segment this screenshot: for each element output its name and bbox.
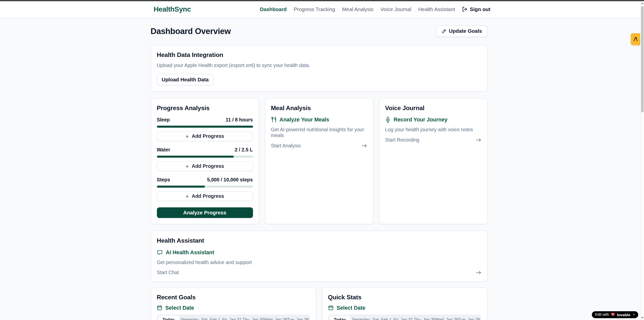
progress-analysis-title: Progress Analysis: [157, 104, 253, 111]
scrollbar-up-button[interactable]: [641, 1, 644, 6]
scrollbar[interactable]: [640, 1, 644, 320]
select-date-label: Select Date: [336, 305, 365, 311]
logout-icon: [462, 7, 467, 12]
app-root: HealthSync DashboardProgress TrackingMea…: [0, 0, 644, 320]
metric-sleep: Sleep 11 / 8 hours + Add Progress: [157, 117, 253, 141]
meal-analysis-title: Meal Analysis: [271, 104, 367, 111]
steps-progress-bar: [157, 186, 253, 188]
start-recording-label: Start Recording: [385, 137, 419, 143]
chat-bubble-icon: [157, 249, 163, 255]
update-goals-button[interactable]: Update Goals: [436, 25, 487, 37]
nav-link-meal-analysis[interactable]: Meal Analysis: [342, 7, 374, 12]
record-your-journey-link[interactable]: Record Your Journey: [385, 117, 481, 123]
health-assistant-description: Get personalized health advice and suppo…: [157, 260, 481, 265]
select-date-label: Select Date: [165, 305, 194, 311]
calendar-icon: [157, 305, 162, 310]
date-tab-tue-jan-28[interactable]: Tue, Jan 28: [287, 316, 309, 320]
analyze-your-meals-link[interactable]: Analyze Your Meals: [271, 117, 367, 123]
start-recording-link[interactable]: Start Recording: [385, 137, 481, 143]
integration-description: Upload your Apple Health export (export.…: [157, 62, 481, 68]
health-assistant-title: Health Assistant: [157, 237, 481, 244]
water-progress-bar: [157, 156, 253, 158]
nav-link-progress-tracking[interactable]: Progress Tracking: [294, 7, 335, 12]
brand-logo[interactable]: HealthSync: [154, 5, 191, 14]
analyze-progress-button[interactable]: Analyze Progress: [157, 207, 253, 218]
record-your-journey-label: Record Your Journey: [394, 117, 447, 123]
calendar-icon: [328, 305, 333, 310]
health-data-integration-card: Health Data Integration Upload your Appl…: [150, 45, 487, 91]
microphone-icon: [385, 117, 390, 123]
sleep-progress-bar: [157, 126, 253, 128]
metric-value: 5,000 / 10,000 steps: [207, 177, 253, 183]
upload-health-data-button[interactable]: Upload Health Data: [157, 74, 214, 85]
date-tab-tue-jan-28[interactable]: Tue, Jan 28: [458, 316, 480, 320]
date-tab-today[interactable]: Today: [329, 316, 350, 320]
lovable-label: lovable: [617, 312, 630, 317]
date-tab-yesterday[interactable]: Yesterday: [179, 316, 200, 320]
nav-link-health-assistant[interactable]: Health Assistant: [418, 7, 455, 12]
date-tab-yesterday[interactable]: Yesterday: [350, 316, 372, 320]
edit-with-lovable-badge[interactable]: Edit with lovable ×: [592, 311, 638, 318]
quick-stats-select-date[interactable]: Select Date: [328, 305, 481, 311]
dev-tool-fab-button[interactable]: [631, 33, 640, 45]
metric-water: Water 2 / 2.5 L + Add Progress: [157, 147, 253, 171]
add-progress-label: Add Progress: [192, 193, 224, 199]
sign-out-button[interactable]: Sign out: [462, 7, 490, 12]
plus-icon: +: [186, 163, 189, 169]
date-tab-sat-feb-1[interactable]: Sat, Feb 1: [372, 316, 393, 320]
arrow-right-icon: [476, 271, 481, 275]
arrow-right-icon: [362, 144, 367, 148]
metric-label: Steps: [157, 177, 170, 183]
metric-value: 2 / 2.5 L: [235, 147, 253, 153]
add-progress-label: Add Progress: [192, 134, 224, 139]
ai-health-assistant-link[interactable]: AI Health Assistant: [157, 249, 481, 255]
triangle-down-icon: [641, 317, 644, 319]
scrollbar-thumb[interactable]: [641, 6, 644, 112]
add-progress-steps-button[interactable]: + Add Progress: [157, 191, 253, 201]
quick-stats-card: Quick Stats Select Date TodayYesterdaySa…: [322, 287, 487, 320]
nav-link-voice-journal[interactable]: Voice Journal: [380, 7, 411, 12]
nav-link-dashboard[interactable]: Dashboard: [260, 7, 287, 12]
progress-analysis-card: Progress Analysis Sleep 11 / 8 hours + A…: [150, 98, 259, 224]
meal-analysis-description: Get AI-powered nutritional insights for …: [271, 127, 367, 139]
ai-health-assistant-label: AI Health Assistant: [166, 249, 214, 255]
meal-analysis-card: Meal Analysis Analyze Your Meals Get AI-…: [265, 98, 373, 224]
heart-icon: [611, 312, 615, 316]
metric-value: 11 / 8 hours: [226, 117, 253, 123]
date-tab-thu-jan-30[interactable]: Thu, Jan 30: [242, 316, 264, 320]
triangle-up-icon: [641, 3, 644, 4]
add-progress-water-button[interactable]: + Add Progress: [157, 161, 253, 171]
voice-journal-description: Log your health journey with voice notes: [385, 127, 481, 133]
start-analysis-link[interactable]: Start Analysis: [271, 143, 367, 149]
sign-out-label: Sign out: [470, 7, 490, 12]
date-tab-today[interactable]: Today: [158, 316, 179, 320]
start-chat-label: Start Chat: [157, 270, 179, 276]
recent-goals-select-date[interactable]: Select Date: [157, 305, 310, 311]
badge-close-icon[interactable]: ×: [633, 312, 635, 316]
add-progress-sleep-button[interactable]: + Add Progress: [157, 131, 253, 141]
voice-journal-card: Voice Journal Record Your Journey Log yo…: [379, 98, 487, 224]
analyze-your-meals-label: Analyze Your Meals: [280, 117, 329, 123]
date-tab-fri-jan-31[interactable]: Fri, Jan 31: [392, 316, 414, 320]
plus-icon: +: [186, 133, 189, 139]
nav-links: DashboardProgress TrackingMeal AnalysisV…: [260, 7, 455, 12]
metric-label: Water: [157, 147, 170, 153]
recent-goals-card: Recent Goals Select Date TodayYesterdayS…: [150, 287, 316, 320]
date-tab-fri-jan-31[interactable]: Fri, Jan 31: [221, 316, 242, 320]
start-chat-link[interactable]: Start Chat: [157, 270, 481, 276]
plus-icon: +: [186, 193, 189, 199]
add-progress-label: Add Progress: [192, 164, 224, 169]
utensils-icon: [271, 117, 276, 123]
quick-stats-date-tabs: TodayYesterdaySat, Feb 1Fri, Jan 31Thu, …: [328, 314, 481, 320]
health-assistant-card: Health Assistant AI Health Assistant Get…: [150, 231, 487, 282]
edit-with-label: Edit with: [595, 312, 609, 316]
date-tab-sat-feb-1[interactable]: Sat, Feb 1: [200, 316, 221, 320]
top-nav: HealthSync DashboardProgress TrackingMea…: [0, 1, 644, 18]
date-tab-thu-jan-30[interactable]: Thu, Jan 30: [414, 316, 435, 320]
scrollbar-down-button[interactable]: [641, 315, 644, 320]
voice-journal-title: Voice Journal: [385, 104, 481, 111]
date-tab-wed-jan-29[interactable]: Wed, Jan 29: [264, 316, 287, 320]
arrow-right-icon: [476, 138, 481, 142]
date-tab-wed-jan-29[interactable]: Wed, Jan 29: [435, 316, 458, 320]
start-analysis-label: Start Analysis: [271, 143, 301, 149]
